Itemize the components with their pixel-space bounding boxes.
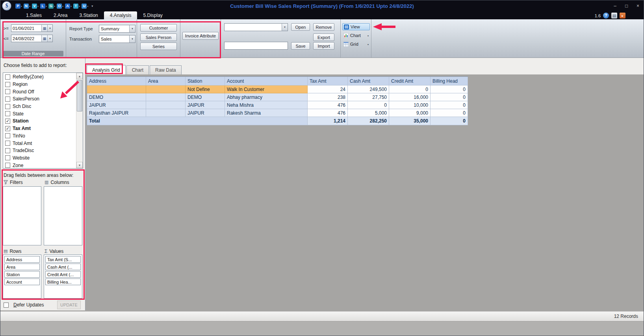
table-row[interactable]: Not DefineWalk In Customer24249,50000 [87, 85, 468, 93]
column-header-area[interactable]: Area [146, 77, 186, 85]
invoice-attribute-button[interactable]: Invoice Attribute [182, 32, 219, 40]
chevron-down-icon[interactable]: ▾ [367, 34, 369, 37]
checkbox-region[interactable] [5, 82, 10, 87]
field-list-scrollbar[interactable]: ▲ ▼ [76, 73, 83, 168]
date-to-input[interactable]: 24/08/2022 ▦ ▾ [11, 35, 53, 42]
calendar-icon[interactable]: ▦ [41, 35, 47, 42]
scroll-up-icon[interactable]: ▲ [76, 73, 83, 79]
column-header-station[interactable]: Station [186, 77, 225, 85]
checkbox-website[interactable] [5, 155, 10, 160]
field-list[interactable]: ReferBy(Zone)RegionRound OffSalesPersonS… [3, 72, 83, 169]
import-button[interactable]: Import [313, 42, 334, 50]
checkbox-round-off[interactable] [5, 89, 10, 94]
row-field-account[interactable]: Account [4, 278, 40, 285]
checkbox-salesperson[interactable] [5, 97, 10, 102]
table-row[interactable]: DEMODEMOAbhay pharmacy23827,75016,0000 [87, 93, 468, 101]
date-from-input[interactable]: 01/06/2021 ▦ ▾ [11, 24, 53, 32]
field-item-tinno[interactable]: TinNo [4, 132, 76, 140]
row-field-area[interactable]: Area [4, 264, 40, 270]
row-field-address[interactable]: Address [4, 256, 40, 263]
checkbox-tax-amt[interactable]: ✓ [5, 126, 10, 131]
checkbox-station[interactable]: ✓ [5, 119, 10, 124]
scrollbar-thumb[interactable] [77, 80, 82, 111]
ribbon-tab-1-sales[interactable]: 1.Sales [20, 11, 48, 19]
tab-analysis-grid[interactable]: Analysis Grid [87, 65, 126, 74]
series-button[interactable]: Series [140, 43, 177, 50]
checkbox-zone[interactable] [5, 163, 10, 168]
layout-name-input[interactable] [224, 42, 288, 50]
chevron-down-icon[interactable]: ▾ [129, 35, 135, 43]
chevron-down-icon[interactable]: ▾ [47, 35, 52, 42]
report-type-select[interactable]: Summary ▾ [99, 25, 135, 33]
checkbox-referby-zone[interactable] [5, 74, 10, 80]
column-header-cash-amt[interactable]: Cash Amt [348, 77, 389, 85]
chevron-down-icon[interactable]: ▾ [129, 25, 135, 32]
chevron-down-icon[interactable]: ▾ [367, 43, 369, 46]
checkbox-tinno[interactable] [5, 133, 10, 138]
minimize-button[interactable]: – [609, 1, 621, 11]
view-button[interactable]: View [342, 23, 370, 30]
open-button[interactable]: Open [291, 23, 310, 31]
sales-person-button[interactable]: Sales Person [140, 33, 177, 41]
table-row[interactable]: Rajasthan JAIPURJAIPURRakesh Sharma4765,… [87, 109, 468, 117]
defer-updates-checkbox[interactable] [4, 303, 9, 308]
column-header-tax-amt[interactable]: Tax Amt [308, 77, 348, 85]
field-item-region[interactable]: Region [4, 81, 76, 88]
ribbon-tab-2-area[interactable]: 2.Area [48, 11, 73, 19]
customer-button[interactable]: Customer [140, 24, 177, 32]
maximize-button[interactable]: □ [621, 1, 632, 11]
field-item-referby-zone[interactable]: ReferBy(Zone) [4, 73, 76, 81]
value-field-billing-hea[interactable]: Billing Hea... [45, 278, 81, 285]
row-field-station[interactable]: Station [4, 271, 40, 278]
update-button[interactable]: UPDATE [57, 301, 81, 309]
field-item-total-amt[interactable]: Total Amt [4, 139, 76, 147]
help-icon[interactable]: ? [603, 13, 609, 19]
field-item-tax-amt[interactable]: ✓Tax Amt [4, 125, 76, 132]
field-item-state[interactable]: State [4, 110, 76, 117]
exit-icon[interactable]: ▸ [620, 13, 625, 19]
layout-select[interactable]: ▾ [224, 23, 288, 31]
value-field-tax-amt-s[interactable]: Tax Amt (S... [45, 256, 81, 263]
columns-drop-area[interactable] [44, 186, 82, 245]
close-button[interactable]: × [632, 1, 644, 11]
column-header-account[interactable]: Account [225, 77, 308, 85]
column-header-billing-head[interactable]: Billing Head [431, 77, 468, 85]
tab-raw-data[interactable]: Raw Data [150, 65, 182, 74]
ribbon-tab-5-display[interactable]: 5.Display [137, 11, 168, 19]
column-header-address[interactable]: Address [87, 77, 146, 85]
rows-drop-area[interactable]: AddressAreaStationAccount [3, 254, 41, 299]
field-item-tradedisc[interactable]: TradeDisc [4, 147, 76, 154]
checkbox-tradedisc[interactable] [5, 148, 10, 153]
field-item-round-off[interactable]: Round Off [4, 88, 76, 95]
transaction-select[interactable]: Sales ▾ [99, 35, 135, 43]
calendar-icon[interactable]: ▦ [41, 25, 47, 32]
ribbon-tab-4-analysis[interactable]: 4.Analysis [104, 11, 137, 19]
checkbox-state[interactable] [5, 111, 10, 116]
chevron-down-icon[interactable]: ▾ [282, 24, 288, 31]
value-field-cash-amt[interactable]: Cash Amt (... [45, 264, 81, 270]
tab-chart[interactable]: Chart [126, 65, 149, 74]
scroll-down-icon[interactable]: ▼ [76, 162, 83, 168]
field-item-website[interactable]: Website [4, 154, 76, 162]
ribbon-tab-3-station[interactable]: 3.Station [73, 11, 104, 19]
table-row[interactable]: JAIPURJAIPURNeha Mishra476010,0000 [87, 101, 468, 109]
checkbox-total-amt[interactable] [5, 141, 10, 146]
value-field-credit-amt[interactable]: Credit Amt (... [45, 271, 81, 278]
chart-button[interactable]: Chart ▾ [342, 32, 370, 39]
checkbox-sch-disc[interactable] [5, 104, 10, 109]
export-button[interactable]: Export [313, 33, 334, 41]
field-item-sch-disc[interactable]: Sch Disc [4, 103, 76, 110]
column-header-credit-amt[interactable]: Credit Amt [389, 77, 431, 85]
remove-button[interactable]: Remove [313, 23, 334, 31]
field-item-zone[interactable]: Zone [4, 162, 76, 169]
grid-button[interactable]: Grid ▾ [342, 41, 370, 48]
chevron-down-icon[interactable]: ▾ [47, 25, 52, 32]
field-item-station[interactable]: ✓Station [4, 117, 76, 125]
values-drop-area[interactable]: Tax Amt (S...Cash Amt (...Credit Amt (..… [44, 254, 82, 299]
defer-updates[interactable]: Defer Updates [4, 302, 44, 308]
field-item-salesperson[interactable]: SalesPerson [4, 95, 76, 103]
save-button[interactable]: Save [291, 42, 310, 50]
filters-drop-area[interactable] [3, 186, 41, 245]
report-icon[interactable]: ▤ [611, 13, 617, 19]
total-value-billing-head: 0 [431, 117, 468, 125]
